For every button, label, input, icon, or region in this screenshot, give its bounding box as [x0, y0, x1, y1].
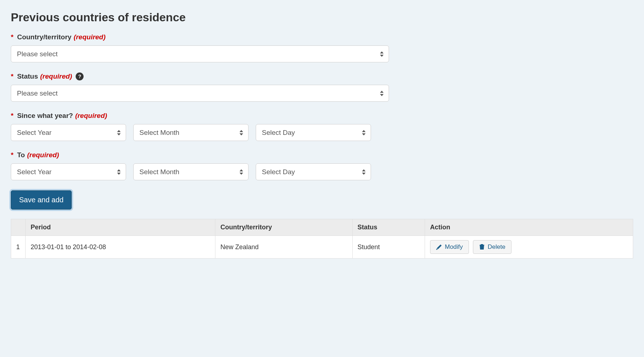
to-day-select[interactable]: Select Day [256, 163, 371, 180]
row-period: 2013-01-01 to 2014-02-08 [26, 236, 215, 259]
table-row: 1 2013-01-01 to 2014-02-08 New Zealand S… [11, 236, 633, 259]
country-label-row: * Country/territory (required) [11, 33, 633, 41]
status-label-row: * Status (required) ? [11, 72, 633, 80]
col-action-header: Action [425, 219, 633, 236]
to-group: * To (required) Select Year Select Month… [11, 151, 633, 180]
to-date-row: Select Year Select Month Select Day [11, 163, 633, 180]
delete-button[interactable]: Delete [473, 240, 511, 254]
required-star: * [11, 33, 13, 41]
to-month-select[interactable]: Select Month [133, 163, 249, 180]
since-month-select[interactable]: Select Month [133, 124, 249, 141]
to-label-row: * To (required) [11, 151, 633, 159]
since-label: Since what year? [17, 112, 73, 120]
required-text: (required) [40, 72, 72, 80]
status-label: Status [17, 72, 38, 80]
status-group: * Status (required) ? Please select [11, 72, 633, 102]
help-icon[interactable]: ? [76, 72, 84, 80]
pencil-icon [436, 244, 442, 250]
country-label: Country/territory [17, 33, 71, 41]
since-day-select[interactable]: Select Day [256, 124, 371, 141]
col-index-header [11, 219, 26, 236]
required-text: (required) [73, 33, 106, 41]
required-star: * [11, 151, 13, 159]
since-label-row: * Since what year? (required) [11, 112, 633, 120]
col-country-header: Country/territory [215, 219, 352, 236]
page-title: Previous countries of residence [11, 11, 633, 24]
row-action-cell: Modify Delete [425, 236, 633, 259]
required-star: * [11, 112, 13, 120]
required-star: * [11, 72, 13, 80]
since-group: * Since what year? (required) Select Yea… [11, 112, 633, 141]
trash-icon [479, 244, 485, 250]
since-year-select[interactable]: Select Year [11, 124, 126, 141]
status-select[interactable]: Please select [11, 85, 389, 102]
delete-label: Delete [488, 243, 505, 251]
save-and-add-button[interactable]: Save and add [11, 190, 72, 210]
col-status-header: Status [352, 219, 425, 236]
country-select[interactable]: Please select [11, 45, 389, 62]
modify-button[interactable]: Modify [430, 240, 469, 254]
row-country: New Zealand [215, 236, 352, 259]
to-year-select[interactable]: Select Year [11, 163, 126, 180]
required-text: (required) [27, 151, 59, 159]
required-text: (required) [75, 112, 107, 120]
row-index: 1 [11, 236, 26, 259]
country-group: * Country/territory (required) Please se… [11, 33, 633, 62]
col-period-header: Period [26, 219, 215, 236]
modify-label: Modify [445, 243, 463, 251]
since-date-row: Select Year Select Month Select Day [11, 124, 633, 141]
residence-table: Period Country/territory Status Action 1… [11, 219, 633, 259]
to-label: To [17, 151, 25, 159]
row-status: Student [352, 236, 425, 259]
